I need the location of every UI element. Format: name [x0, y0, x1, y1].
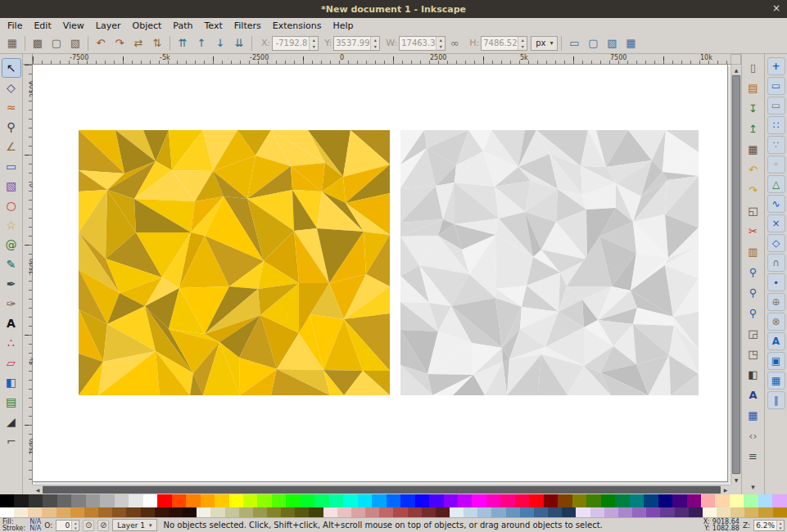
snap-grids-button[interactable]: ▦	[767, 372, 785, 390]
palette-swatch[interactable]	[253, 507, 267, 517]
snap-path-intersections-button[interactable]: ×	[767, 214, 785, 232]
menu-extensions[interactable]: Extensions	[267, 20, 328, 32]
palette-swatch[interactable]	[272, 494, 286, 507]
flip-horizontal-button[interactable]: ⇄	[129, 34, 147, 52]
palette-swatch[interactable]	[14, 494, 28, 507]
palette-swatch[interactable]	[491, 507, 505, 517]
layer-lock-button[interactable]: ⊘	[97, 520, 109, 531]
x-field[interactable]: -7192.8 ▴▾	[272, 36, 319, 51]
palette-swatch[interactable]	[57, 494, 71, 507]
palette-swatch[interactable]	[115, 494, 129, 507]
palette-swatch[interactable]	[172, 494, 186, 507]
palette-swatch[interactable]	[301, 494, 314, 507]
palette-swatch[interactable]	[70, 507, 84, 517]
scale-stroke-toggle-button[interactable]: ▭	[565, 34, 583, 52]
palette-swatch[interactable]	[186, 494, 200, 507]
snap-text-baseline-button[interactable]: A	[767, 332, 785, 350]
zoom-stepper[interactable]: ▴▾	[776, 521, 784, 530]
duplicate-button[interactable]: ◲	[744, 323, 763, 343]
palette-swatch[interactable]	[715, 494, 729, 507]
palette-swatch[interactable]	[267, 507, 281, 517]
palette-swatch[interactable]	[744, 494, 758, 507]
align-and-distribute-button[interactable]: ≡	[744, 446, 763, 466]
palette-swatch[interactable]	[415, 494, 429, 507]
layer-visibility-button[interactable]: ⊙	[83, 520, 94, 531]
palette-swatch[interactable]	[464, 507, 477, 517]
move-gradients-toggle-button[interactable]: ▧	[603, 34, 621, 52]
palette-swatch[interactable]	[28, 507, 42, 517]
h-field-value[interactable]: 7486.52	[482, 37, 518, 50]
scale-corners-toggle-button[interactable]: ▢	[584, 34, 602, 52]
palette-swatch[interactable]	[143, 494, 157, 507]
opacity-spinner[interactable]: 0 ▴▾	[56, 520, 79, 531]
palette-swatch[interactable]	[675, 507, 689, 517]
palette-swatch[interactable]	[155, 507, 169, 517]
palette-swatch[interactable]	[329, 494, 343, 507]
h-field[interactable]: 7486.52 ▴▾	[481, 36, 527, 51]
rotate-cw-button[interactable]: ↷	[111, 34, 129, 52]
palette-swatch[interactable]	[773, 507, 787, 517]
fill-and-stroke-dialog-button[interactable]: ◧	[744, 364, 763, 384]
snap-bbox-edges-button[interactable]: ▭	[767, 97, 785, 115]
snap-rotation-centers-button[interactable]: ⊗	[767, 313, 785, 331]
palette-swatch[interactable]	[689, 507, 703, 517]
menu-object[interactable]: Object	[127, 20, 168, 32]
palette-swatch[interactable]	[429, 494, 443, 507]
palette-swatch[interactable]	[576, 507, 590, 517]
palette-swatch[interactable]	[730, 507, 744, 517]
palette-swatch[interactable]	[646, 507, 660, 517]
palette-swatch[interactable]	[590, 507, 604, 517]
box3d-tool-button[interactable]: ▧	[2, 176, 21, 196]
palette-swatch[interactable]	[500, 494, 514, 507]
selector-tool-button[interactable]: ↖	[2, 58, 21, 78]
menu-edit[interactable]: Edit	[28, 20, 57, 32]
y-field-value[interactable]: 3537.99	[334, 37, 370, 50]
snap-cusp-nodes-button[interactable]: ◇	[767, 234, 785, 252]
vertical-scrollbar[interactable]: ▲ ▼	[730, 65, 741, 485]
x-field-stepper[interactable]: ▴▾	[309, 37, 318, 50]
palette-swatch[interactable]	[29, 494, 43, 507]
palette-swatch[interactable]	[630, 494, 644, 507]
palette-swatch[interactable]	[71, 494, 85, 507]
menu-layer[interactable]: Layer	[90, 20, 127, 32]
palette-swatch[interactable]	[701, 494, 715, 507]
text-and-font-dialog-button[interactable]: A	[744, 385, 763, 404]
palette-swatch[interactable]	[358, 494, 372, 507]
scroll-left-icon[interactable]: ◀	[33, 485, 43, 494]
snap-paths-button[interactable]: ∿	[767, 195, 785, 213]
palette-swatch[interactable]	[379, 507, 393, 517]
zoom-to-selection-button[interactable]: ⚲	[744, 262, 763, 282]
palette-swatch[interactable]	[717, 507, 730, 517]
palette-swatch[interactable]	[343, 494, 357, 507]
palette-swatch[interactable]	[393, 507, 407, 517]
opacity-stepper[interactable]: ▴▾	[71, 521, 79, 530]
palette-swatch[interactable]	[126, 507, 140, 517]
palette-swatch[interactable]	[444, 494, 458, 507]
zoom-tool-button[interactable]: ⚲	[2, 117, 21, 137]
palette-swatch[interactable]	[257, 494, 271, 507]
vertical-ruler[interactable]: 25000-2500-5k-7500	[23, 65, 33, 485]
palette-swatch[interactable]	[239, 507, 253, 517]
palette-swatch[interactable]	[544, 494, 558, 507]
palette-swatch[interactable]	[515, 494, 529, 507]
palette-swatch[interactable]	[295, 507, 309, 517]
create-clone-button[interactable]: ◳	[744, 344, 763, 363]
palette-swatch[interactable]	[215, 494, 228, 507]
palette-swatch[interactable]	[572, 494, 586, 507]
canvas[interactable]	[33, 65, 730, 485]
palette-swatch[interactable]	[43, 494, 57, 507]
horizontal-scrollbar[interactable]: ◀ ▶	[33, 485, 730, 494]
w-field-stepper[interactable]: ▴▾	[436, 37, 445, 50]
scroll-up-icon[interactable]: ▲	[731, 65, 741, 74]
undo-button[interactable]: ↶	[744, 160, 763, 179]
paste-button[interactable]: ▥	[744, 241, 763, 261]
flip-vertical-button[interactable]: ⇅	[148, 34, 166, 52]
palette-swatch[interactable]	[436, 507, 450, 517]
palette-swatch[interactable]	[314, 494, 328, 507]
document-properties-button[interactable]: ▦	[744, 405, 763, 425]
palette-swatch[interactable]	[197, 507, 210, 517]
copy-button[interactable]: ◱	[744, 201, 763, 220]
palette-swatch[interactable]	[604, 507, 618, 517]
palette-swatch[interactable]	[129, 494, 142, 507]
palette-swatch[interactable]	[84, 507, 98, 517]
